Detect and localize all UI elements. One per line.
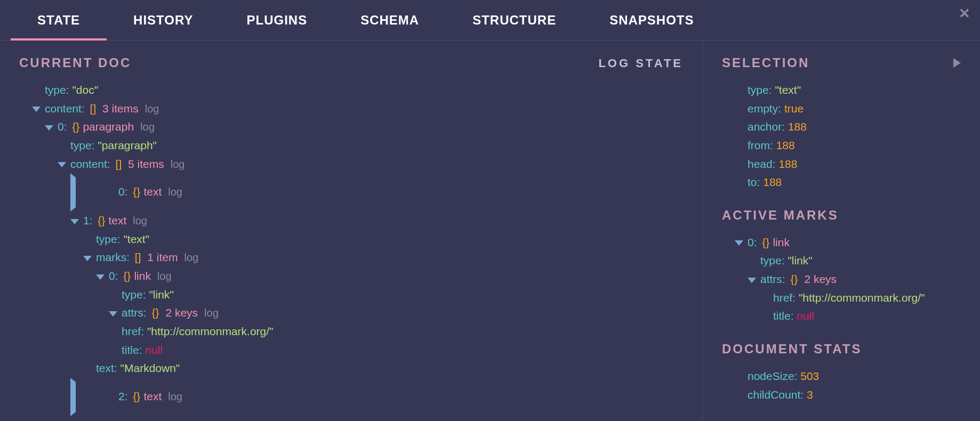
- val-markdown: "Markdown": [121, 362, 180, 374]
- tab-label: HISTORY: [133, 13, 193, 28]
- key-type: type:: [122, 288, 146, 301]
- val: "http://commonmark.org/": [799, 292, 925, 304]
- val: 503: [800, 370, 819, 382]
- chevron-right-icon[interactable]: [70, 378, 114, 416]
- key-anchor: anchor:: [748, 120, 785, 133]
- log-button[interactable]: log: [168, 391, 182, 402]
- val: 3: [807, 388, 813, 401]
- node-name: link: [134, 270, 151, 282]
- key-content: content:: [70, 158, 110, 170]
- key-type: type:: [45, 84, 69, 96]
- key-type: type:: [760, 254, 785, 266]
- chevron-down-icon[interactable]: [58, 162, 66, 167]
- bracket-icon: []: [135, 251, 141, 263]
- val-href: "http://commonmark.org/": [147, 325, 274, 337]
- log-button[interactable]: log: [133, 215, 147, 226]
- val-link: "link": [149, 288, 173, 301]
- count: 1 item: [147, 251, 178, 263]
- brace-icon: {}: [762, 236, 769, 248]
- log-button[interactable]: log: [157, 270, 172, 282]
- key-attrs: attrs:: [122, 306, 147, 319]
- brace-icon: {}: [72, 120, 79, 133]
- node-name: text: [143, 390, 162, 402]
- log-button[interactable]: log: [145, 103, 159, 115]
- chevron-right-icon[interactable]: [70, 173, 114, 212]
- chevron-down-icon[interactable]: [32, 107, 41, 112]
- tab-plugins[interactable]: PLUGINS: [220, 0, 334, 40]
- val-null: null: [145, 344, 163, 356]
- brace-icon: {}: [133, 390, 140, 402]
- log-button[interactable]: log: [140, 121, 155, 133]
- val: 188: [776, 139, 795, 151]
- key-attrs: attrs:: [760, 273, 785, 285]
- tab-label: PLUGINS: [246, 13, 307, 28]
- brace-icon: {}: [133, 185, 140, 198]
- key-type: type:: [748, 84, 772, 96]
- tab-label: SCHEMA: [360, 13, 419, 28]
- val-paragraph: "paragraph": [98, 139, 157, 151]
- chevron-down-icon[interactable]: [109, 311, 117, 317]
- close-icon[interactable]: ✕: [959, 5, 970, 22]
- chevron-down-icon[interactable]: [70, 219, 79, 224]
- count: 3 items: [102, 102, 139, 115]
- log-button[interactable]: log: [204, 307, 219, 319]
- brace-icon: {}: [152, 306, 159, 319]
- count: 5 items: [128, 158, 164, 170]
- log-button[interactable]: log: [168, 186, 182, 198]
- selection-header: SELECTION: [722, 55, 961, 70]
- chevron-down-icon[interactable]: [45, 125, 53, 131]
- count: 2 keys: [165, 306, 198, 319]
- key-href: href:: [122, 325, 144, 337]
- log-button[interactable]: log: [184, 252, 199, 263]
- tab-structure[interactable]: STRUCTURE: [446, 0, 583, 40]
- key-title: title:: [122, 344, 142, 356]
- key-marks: marks:: [96, 251, 130, 263]
- chevron-down-icon[interactable]: [748, 278, 756, 283]
- bracket-icon: []: [116, 158, 122, 170]
- key-index: 1:: [83, 214, 93, 226]
- log-state-button[interactable]: LOG STATE: [598, 56, 683, 70]
- tab-label: SNAPSHOTS: [609, 13, 694, 28]
- tab-schema[interactable]: SCHEMA: [334, 0, 446, 40]
- active-marks-header: ACTIVE MARKS: [722, 208, 961, 223]
- key-childcount: childCount:: [748, 388, 804, 401]
- tab-snapshots[interactable]: SNAPSHOTS: [583, 0, 720, 40]
- key-title: title:: [773, 310, 794, 322]
- current-doc-header: CURRENT DOC: [19, 55, 683, 70]
- play-icon[interactable]: [953, 58, 961, 68]
- doc-tree: type: "doc" content: [] 3 itemslog 0: {}…: [19, 81, 683, 416]
- key-empty: empty:: [748, 102, 781, 115]
- brace-icon: {}: [98, 214, 105, 226]
- val: true: [784, 102, 804, 115]
- val: "link": [788, 254, 812, 266]
- chevron-down-icon[interactable]: [735, 240, 743, 246]
- val: 188: [778, 158, 797, 170]
- tab-state[interactable]: STATE: [11, 0, 107, 40]
- tab-label: STATE: [37, 13, 80, 28]
- val-text: "text": [123, 233, 149, 245]
- val: null: [797, 310, 814, 322]
- key-type: type:: [96, 233, 121, 245]
- key-index: 0:: [58, 120, 67, 133]
- val: "text": [775, 84, 801, 96]
- key-content: content:: [45, 102, 85, 115]
- key-nodesize: nodeSize:: [748, 370, 797, 382]
- key-href: href:: [773, 292, 796, 304]
- chevron-down-icon[interactable]: [96, 274, 105, 280]
- val-doc: "doc": [72, 84, 98, 96]
- key-type: type:: [70, 139, 95, 151]
- node-name: link: [773, 236, 790, 248]
- key-index: 0:: [109, 270, 118, 282]
- document-stats-header: DOCUMENT STATS: [722, 342, 961, 357]
- chevron-down-icon[interactable]: [83, 256, 92, 261]
- key-index: 0:: [118, 185, 128, 198]
- key-index: 0:: [748, 236, 757, 248]
- tab-history[interactable]: HISTORY: [107, 0, 220, 40]
- count: 2 keys: [804, 273, 837, 285]
- log-button[interactable]: log: [171, 158, 185, 170]
- key-text: text:: [96, 362, 117, 374]
- node-name: paragraph: [83, 120, 134, 133]
- key-to: to:: [748, 176, 760, 188]
- left-panel: CURRENT DOC LOG STATE type: "doc" conten…: [0, 41, 703, 421]
- selection-title: SELECTION: [722, 55, 809, 70]
